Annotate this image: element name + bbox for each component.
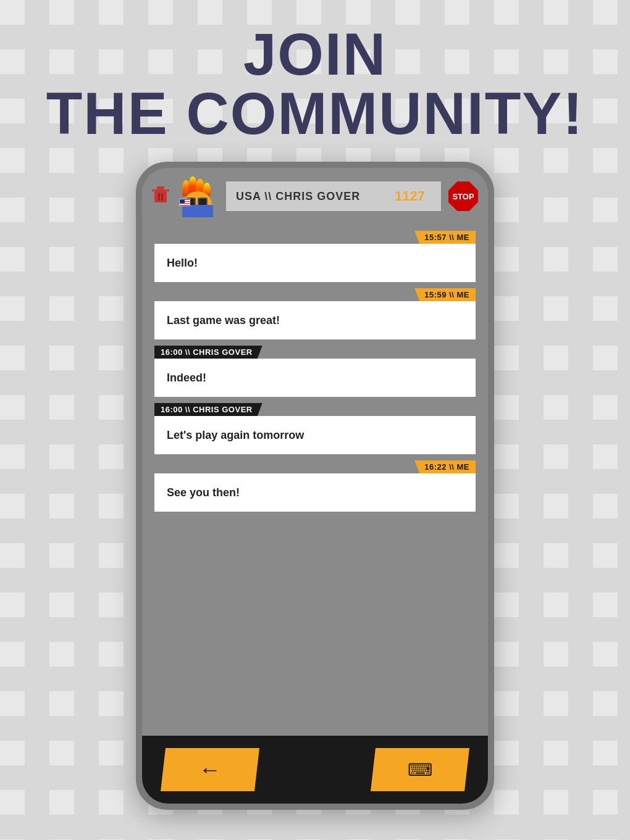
message-bubble-5: See you then! bbox=[154, 473, 476, 512]
message-group-5: 16:22 \\ ME See you then! bbox=[154, 460, 476, 512]
message-group-4: 16:00 \\ CHRIS GOVER Let's play again to… bbox=[154, 403, 476, 454]
chat-header: USA \\ CHRIS GOVER 1127 STOP bbox=[142, 168, 488, 225]
avatar bbox=[177, 175, 219, 217]
keyboard-button[interactable]: ⌨ bbox=[371, 748, 469, 791]
svg-rect-1 bbox=[157, 186, 164, 189]
timestamp-5: 16:22 \\ ME bbox=[414, 460, 476, 473]
timestamp-4: 16:00 \\ CHRIS GOVER bbox=[154, 403, 262, 416]
message-group-2: 15:59 \\ ME Last game was great! bbox=[154, 288, 476, 339]
message-bubble-3: Indeed! bbox=[154, 359, 476, 397]
bottom-bar: ← ⌨ bbox=[142, 736, 488, 804]
svg-rect-0 bbox=[152, 189, 169, 191]
timestamp-2: 15:59 \\ ME bbox=[414, 288, 476, 301]
username-text: USA \\ CHRIS GOVER bbox=[236, 190, 360, 203]
message-bubble-1: Hello! bbox=[154, 244, 476, 282]
username-bar: USA \\ CHRIS GOVER 1127 bbox=[226, 181, 441, 211]
timestamp-1: 15:57 \\ ME bbox=[414, 231, 476, 244]
score-display: 1127 bbox=[395, 188, 425, 204]
title-line2: THE COMMUNITY! bbox=[46, 84, 584, 143]
svg-rect-4 bbox=[161, 193, 163, 201]
message-group-3: 16:00 \\ CHRIS GOVER Indeed! bbox=[154, 346, 476, 397]
keyboard-icon: ⌨ bbox=[408, 760, 432, 780]
back-arrow-icon: ← bbox=[199, 757, 221, 783]
message-bubble-2: Last game was great! bbox=[154, 301, 476, 339]
timestamp-3: 16:00 \\ CHRIS GOVER bbox=[154, 346, 262, 359]
chat-area: 15:57 \\ ME Hello! 15:59 \\ ME Last game… bbox=[142, 225, 488, 736]
trash-icon[interactable] bbox=[152, 185, 169, 209]
phone-mockup: USA \\ CHRIS GOVER 1127 STOP 15:57 \\ ME… bbox=[136, 162, 494, 810]
svg-rect-2 bbox=[154, 191, 167, 202]
page-title: JOIN THE COMMUNITY! bbox=[46, 25, 584, 143]
back-button[interactable]: ← bbox=[161, 748, 259, 791]
title-line1: JOIN bbox=[46, 25, 584, 84]
stop-button[interactable]: STOP bbox=[448, 181, 478, 211]
title-line2-text: THE COMMU bbox=[46, 80, 423, 146]
svg-rect-3 bbox=[158, 193, 160, 201]
message-bubble-4: Let's play again tomorrow bbox=[154, 416, 476, 454]
message-group-1: 15:57 \\ ME Hello! bbox=[154, 231, 476, 282]
